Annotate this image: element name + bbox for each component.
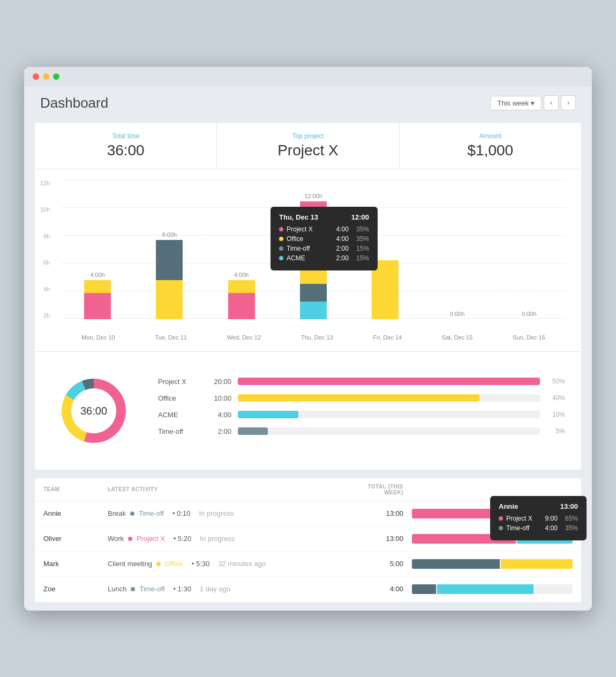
breakdown-row: Project X 20:00 50% [158,378,565,386]
bar-stack [300,201,327,319]
team-bar-segment [412,559,500,569]
bar-segment [84,280,111,293]
breakdown-bar-fill [238,378,540,385]
activity-duration: • 0:10 [172,509,190,517]
total-time-label: Total time [46,132,206,140]
activity-type: Break [108,509,126,517]
chevron-down-icon: ▾ [531,99,535,107]
bar-segment [372,260,399,319]
bar-group: 4:00h [84,272,111,319]
activity-cell: Break Time-off • 0:10 In progress [108,509,358,517]
activity-type: Work [108,535,124,543]
y-axis-label: 4h [43,286,50,292]
bar-segment [300,201,327,243]
x-axis-label: Wed, Dec 12 [227,334,261,341]
team-member-name: Zoe [43,585,108,593]
activity-type: Client meeting [108,560,152,568]
activity-project: Project X [137,535,165,543]
breakdown-time: 2:00 [207,427,231,435]
x-axis-label: Mon, Dec 10 [81,334,115,341]
breakdown-row: Time-off 2:00 5% [158,427,565,435]
prev-week-button[interactable]: ‹ [544,95,559,110]
team-tooltip-row: Project X 9:00 65% [499,515,578,522]
team-tooltip-project: Time-off [506,524,542,532]
header: Dashboard This week ▾ ‹ › [24,86,592,122]
bottom-section: 36:00 Project X 20:00 50% Office 10:00 4… [35,352,581,470]
y-axis-label: 10h [40,206,50,213]
total-time-cell: Total time 36:00 [35,123,217,169]
breakdown-project-name: Time-off [158,427,201,435]
bar-segment [156,280,183,319]
y-axis: 12h10h8h6h4h2h [40,180,50,319]
bar-segment [228,293,255,319]
this-week-button[interactable]: This week ▾ [490,96,542,110]
x-axis-label: Thu, Dec 13 [301,334,333,341]
maximize-dot[interactable] [53,73,59,80]
top-project-cell: Top project Project X [217,123,399,169]
team-tooltip-header: Annie 13:00 [499,502,578,510]
x-axis-label: Fri, Dec 14 [373,334,402,341]
activity-status: 1 day ago [200,585,230,593]
bar-group: 0:00h [516,311,543,319]
week-navigation: This week ▾ ‹ › [490,95,576,110]
team-tooltip-pct: 65% [565,515,578,522]
breakdown-pct: 50% [546,378,565,385]
bars-container: 4:00h8:00h4:00h12:00h0:00h0:00h [62,180,565,319]
breakdown-time: 20:00 [207,378,231,386]
bar-value-label: 0:00h [522,311,537,317]
team-tooltip-value: 4:00 [545,524,558,532]
team-rows: Annie Break Time-off • 0:10 In progress … [35,501,581,602]
activity-cell: Work Project X • 5:20 In progress [108,535,358,543]
team-bar-segment [412,584,436,594]
breakdown-time: 10:00 [207,394,231,402]
activity-project: Office [165,560,183,568]
team-section: TEAM LATEST ACTIVITY TOTAL (THIS WEEK) A… [35,478,581,602]
breakdown-pct: 10% [546,411,565,418]
close-dot[interactable] [33,73,39,80]
activity-duration: • 1:30 [173,585,191,593]
x-axis-label: Tue, Dec 11 [155,334,187,341]
bar-segment [300,302,327,319]
activity-cell: Lunch Time-off • 1:30 1 day ago [108,585,358,593]
breakdown-list: Project X 20:00 50% Office 10:00 40% ACM… [158,378,565,444]
team-tooltip-pct: 35% [565,524,578,532]
team-total-time: 13:00 [358,535,412,543]
bar-value-label: 12:00h [304,193,322,199]
bar-group: 4:00h [228,272,255,319]
activity-project: Time-off [139,509,164,517]
bar-segment [84,293,111,319]
team-tooltip-time: 13:00 [560,502,578,510]
app-window: Dashboard This week ▾ ‹ › Total time 36:… [24,67,592,611]
amount-cell: Amount $1,000 [400,123,581,169]
y-axis-label: 2h [43,312,50,319]
breakdown-bar-fill [238,411,298,418]
bar-segment [300,284,327,302]
minimize-dot[interactable] [43,73,49,80]
bar-group: 8:00h [156,231,183,319]
team-member-name: Mark [43,560,108,568]
x-axis-label: Sat, Dec 15 [442,334,472,341]
team-bar-container [412,584,573,594]
chart-section: 12h10h8h6h4h2h 4:00h8:00h4:00h12:00h0:00… [35,169,581,352]
bar-stack [156,240,183,319]
team-tooltip-dot [499,526,503,530]
team-row: Mark Client meeting Office • 5:30 32 min… [35,552,581,577]
donut-chart: 36:00 [51,368,137,454]
team-tooltip-row: Time-off 4:00 35% [499,524,578,532]
team-total-time: 5:00 [358,560,412,568]
breakdown-project-name: ACME [158,411,201,419]
activity-status: 32 minutes ago [218,560,266,568]
team-tooltip-value: 9:00 [545,515,558,522]
breakdown-bar-fill [238,427,268,435]
team-row: Annie Break Time-off • 0:10 In progress … [35,501,581,526]
team-tooltip: Annie 13:00 Project X 9:00 65% Time-off … [490,496,587,540]
team-member-name: Oliver [43,535,108,543]
breakdown-project-name: Office [158,394,201,402]
team-bar-segment [501,559,573,569]
next-week-button[interactable]: › [561,95,576,110]
bar-value-label: 8:00h [162,231,177,238]
activity-dot [130,511,134,516]
bar-segment [228,280,255,293]
y-axis-label: 12h [40,180,50,186]
activity-project: Time-off [139,585,164,593]
